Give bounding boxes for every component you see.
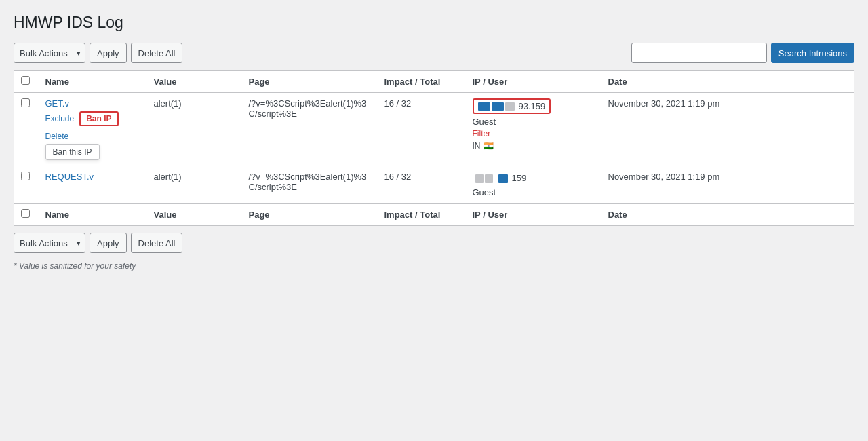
bulk-actions-select-bottom[interactable]: Bulk Actions bbox=[14, 233, 85, 253]
th-value: Value bbox=[147, 71, 242, 93]
apply-button-bottom[interactable]: Apply bbox=[90, 233, 127, 253]
row2-page-cell: /?v=%3CScript%3Ealert(1)%3C/script%3E bbox=[242, 166, 378, 204]
row1-impact-cell: 16 / 32 bbox=[378, 93, 466, 166]
row1-ip-seg1 bbox=[478, 102, 490, 111]
row2-name-cell: REQUEST.v bbox=[39, 166, 147, 204]
row2-ip-seg2 bbox=[485, 174, 493, 183]
row2-ip-wrapper: 159 bbox=[473, 172, 530, 185]
top-bar: Bulk Actions Apply Delete All Search Int… bbox=[14, 43, 854, 63]
row1-value-cell: alert(1) bbox=[147, 93, 242, 166]
tfoot-value: Value bbox=[147, 204, 242, 226]
row1-checkbox-cell bbox=[14, 93, 39, 166]
th-page: Page bbox=[242, 71, 378, 93]
row1-country: IN 🇮🇳 bbox=[473, 141, 595, 151]
tfoot-impact: Impact / Total bbox=[378, 204, 466, 226]
search-intrusions-button[interactable]: Search Intrusions bbox=[771, 43, 854, 63]
bulk-actions-wrapper-top: Bulk Actions bbox=[14, 43, 85, 63]
row2-value-cell: alert(1) bbox=[147, 166, 242, 204]
row1-exclude-link[interactable]: Exclude bbox=[45, 114, 75, 123]
search-input[interactable] bbox=[631, 43, 767, 63]
bottom-bar: Bulk Actions Apply Delete All bbox=[14, 233, 854, 253]
apply-button-top[interactable]: Apply bbox=[90, 43, 127, 63]
row1-date-cell: November 30, 2021 1:19 pm bbox=[601, 93, 854, 166]
top-bar-left: Bulk Actions Apply Delete All bbox=[14, 43, 182, 63]
row1-ip-cell: 93.159 Guest Filter IN 🇮🇳 bbox=[466, 93, 601, 166]
row2-checkbox-cell bbox=[14, 166, 39, 204]
table-row: REQUEST.v alert(1) /?v=%3CScript%3Ealert… bbox=[14, 166, 854, 204]
row2-ip-cell: 159 Guest bbox=[466, 166, 601, 204]
row1-ban-ip-button[interactable]: Ban IP bbox=[79, 111, 118, 126]
row2-date-cell: November 30, 2021 1:19 pm bbox=[601, 166, 854, 204]
row1-filter: Filter bbox=[473, 128, 595, 138]
table-header-row: Name Value Page Impact / Total IP / User… bbox=[14, 71, 854, 93]
page-title: HMWP IDS Log bbox=[14, 14, 854, 32]
row2-ip-text: 159 bbox=[512, 173, 527, 183]
table-row: GET.v Exclude Ban IP Delete Ban this IP … bbox=[14, 93, 854, 166]
footer-note: * Value is sanitized for your safety bbox=[14, 261, 854, 271]
row2-impact-cell: 16 / 32 bbox=[378, 166, 466, 204]
row1-ip-wrapper: 93.159 bbox=[473, 98, 551, 114]
row2-name-link[interactable]: REQUEST.v bbox=[45, 172, 94, 182]
th-ip: IP / User bbox=[466, 71, 601, 93]
row2-ip-bar2 bbox=[498, 174, 508, 183]
row1-delete-link[interactable]: Delete bbox=[45, 132, 69, 141]
row2-ip-bar-normal: 159 bbox=[473, 172, 595, 185]
row1-page-cell: /?v=%3CScript%3Ealert(1)%3C/script%3E bbox=[242, 93, 378, 166]
bulk-actions-select-top[interactable]: Bulk Actions bbox=[14, 43, 85, 63]
row1-actions: Exclude Ban IP Delete bbox=[45, 111, 140, 141]
row1-tooltip: Ban this IP bbox=[45, 141, 140, 160]
row2-ip-bar bbox=[475, 174, 493, 183]
row1-name-link[interactable]: GET.v bbox=[45, 98, 69, 109]
tfoot-name: Name bbox=[39, 204, 147, 226]
th-impact: Impact / Total bbox=[378, 71, 466, 93]
row1-user: Guest bbox=[473, 117, 595, 127]
ids-log-table: Name Value Page Impact / Total IP / User… bbox=[14, 70, 854, 226]
delete-all-button-bottom[interactable]: Delete All bbox=[131, 233, 183, 253]
tfoot-page: Page bbox=[242, 204, 378, 226]
row1-filter-link[interactable]: Filter bbox=[473, 129, 491, 138]
row1-ip-seg2 bbox=[492, 102, 504, 111]
row1-flag: 🇮🇳 bbox=[484, 141, 494, 151]
row1-ip-text: 93.159 bbox=[519, 101, 546, 111]
tfoot-ip: IP / User bbox=[466, 204, 601, 226]
tfoot-date: Date bbox=[601, 204, 854, 226]
row1-ip-seg3 bbox=[505, 102, 515, 111]
row2-checkbox[interactable] bbox=[21, 172, 30, 180]
th-name: Name bbox=[39, 71, 147, 93]
row2-ip-seg1 bbox=[475, 174, 484, 183]
select-all-checkbox[interactable] bbox=[21, 76, 30, 85]
row1-checkbox[interactable] bbox=[21, 98, 30, 107]
row2-user: Guest bbox=[473, 187, 595, 197]
row1-name-cell: GET.v Exclude Ban IP Delete Ban this IP bbox=[39, 93, 147, 166]
th-date: Date bbox=[601, 71, 854, 93]
row2-ip-seg3 bbox=[498, 174, 508, 183]
table-footer-row: Name Value Page Impact / Total IP / User… bbox=[14, 204, 854, 226]
row1-ip-bar-highlighted: 93.159 bbox=[473, 98, 595, 114]
bulk-actions-wrapper-bottom: Bulk Actions bbox=[14, 233, 85, 253]
tfoot-checkbox bbox=[14, 204, 39, 226]
delete-all-button-top[interactable]: Delete All bbox=[131, 43, 183, 63]
row1-ip-bar bbox=[478, 102, 515, 111]
select-all-checkbox-bottom[interactable] bbox=[21, 209, 30, 218]
search-area: Search Intrusions bbox=[631, 43, 854, 63]
th-checkbox bbox=[14, 71, 39, 93]
